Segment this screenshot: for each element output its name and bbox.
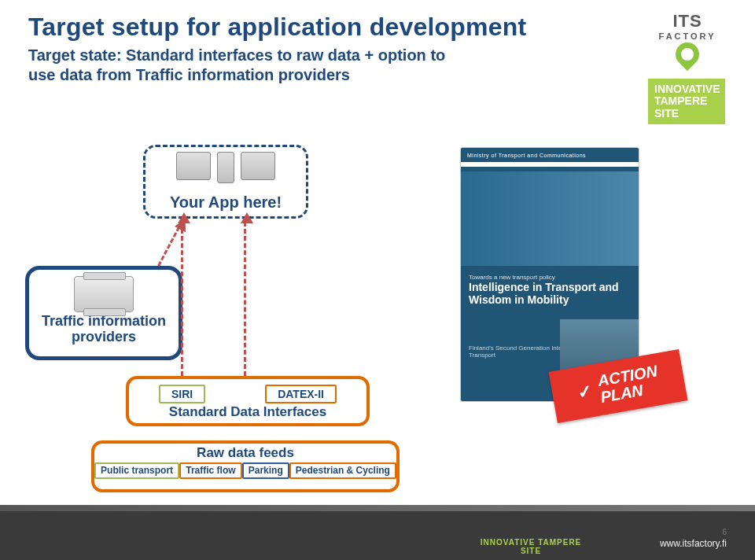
phone-icon [217, 152, 234, 183]
innovative-tampere-site-logo: INNOVATIVE TAMPERE SITE [648, 79, 725, 124]
parking-chip: Parking [242, 462, 289, 479]
its-factory-logo: ITS FACTORY [651, 11, 724, 71]
page-title: Target setup for application development [28, 13, 526, 42]
public-transport-chip: Public transport [94, 462, 179, 479]
datex-tag: DATEX-II [265, 385, 337, 403]
your-app-label: Your App here! [145, 193, 306, 212]
pedestrian-cycling-chip: Pedestrian & Cycling [289, 462, 396, 479]
report-ministry: Ministry of Transport and Communications [467, 153, 586, 158]
standard-data-interfaces-box: SIRI DATEX-II Standard Data Interfaces [126, 376, 370, 426]
checkmark-icon: ✓ [576, 381, 593, 403]
its-factory-logo-text-top: ITS [672, 11, 702, 31]
footer-page-number: 6 [722, 528, 727, 536]
dashboard-icon [241, 152, 275, 180]
footer-bar: INNOVATIVE TAMPERE SITE 6 www.itsfactory… [0, 511, 755, 560]
footer-tampere-logo-text: INNOVATIVE TAMPERE SITE [472, 538, 590, 555]
device-icons [145, 152, 306, 188]
raw-data-feeds-box: Raw data feeds Public transport Traffic … [91, 440, 400, 492]
arrow-up-icon [181, 222, 183, 376]
raw-data-feeds-label: Raw data feeds [94, 445, 396, 461]
its-factory-logo-text-sub: FACTORY [651, 31, 724, 41]
report-kicker: Towards a new transport policy [469, 274, 631, 281]
report-headline: Intelligence in Transport and Wisdom in … [469, 281, 631, 306]
map-pin-icon [671, 38, 704, 71]
footer-tampere-logo: INNOVATIVE TAMPERE SITE [472, 538, 590, 555]
desktop-icon [176, 152, 211, 180]
siri-tag: SIRI [159, 385, 205, 403]
standard-data-interfaces-label: Standard Data Interfaces [129, 404, 366, 420]
server-icon [74, 276, 134, 312]
traffic-info-providers-label: Traffic information providers [29, 314, 179, 345]
arrow-up-icon [157, 227, 180, 267]
page-subtitle: Target state: Standard interfaces to raw… [28, 46, 469, 85]
footer-url: www.itsfactory.fi [660, 538, 727, 549]
arrow-up-icon [244, 222, 246, 376]
traffic-flow-chip: Traffic flow [179, 462, 241, 479]
your-app-box: Your App here! [143, 145, 308, 219]
traffic-info-providers-box: Traffic information providers [25, 266, 182, 360]
